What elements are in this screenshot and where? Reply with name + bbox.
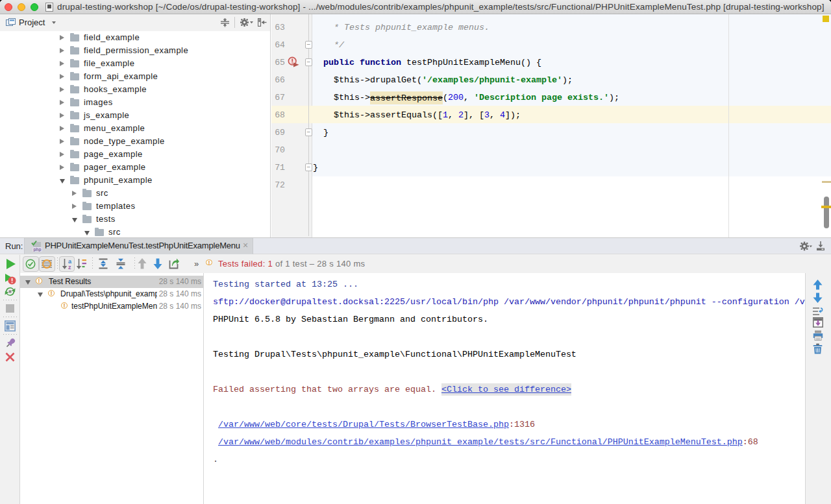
svg-text:php: php [34, 247, 42, 252]
svg-text:z: z [68, 264, 71, 270]
